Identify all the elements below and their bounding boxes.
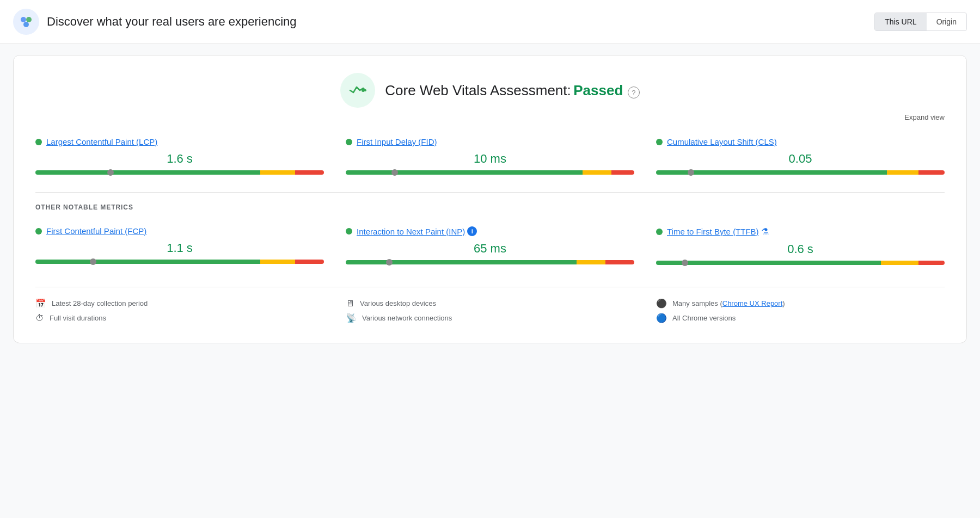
svg-point-1: [26, 17, 32, 22]
footer-full-visit: ⏱ Full visit durations: [35, 313, 324, 323]
inp-gauge-red: [605, 260, 634, 264]
footer-desktop-text: Various desktop devices: [360, 299, 436, 307]
top-bar-left: Discover what your real users are experi…: [13, 9, 297, 35]
metric-ttfb-label: Time to First Byte (TTFB) ⚗: [656, 226, 945, 237]
cls-gauge-red: [918, 170, 945, 175]
svg-point-2: [23, 22, 29, 27]
timer-icon: ⏱: [35, 313, 44, 323]
cls-gauge: [656, 170, 945, 175]
fid-gauge-yellow: [583, 170, 611, 175]
inp-gauge-yellow: [577, 260, 605, 264]
metric-fcp: First Contentful Paint (FCP) 1.1 s: [35, 220, 324, 272]
inp-name-row: Interaction to Next Paint (INP) i: [357, 226, 477, 236]
inp-gauge-green: [346, 260, 577, 264]
desktop-icon: 🖥: [346, 299, 354, 309]
samples-icon: ⚫: [656, 298, 667, 309]
cls-value: 0.05: [656, 152, 945, 166]
metric-cls-label: Cumulative Layout Shift (CLS): [656, 137, 945, 146]
fcp-gauge-marker: [90, 258, 96, 265]
footer-samples: ⚫ Many samples (Chrome UX Report): [656, 298, 945, 309]
main-content: Core Web Vitals Assessment: Passed ? Exp…: [0, 44, 980, 354]
help-icon[interactable]: ?: [628, 87, 640, 98]
fcp-name[interactable]: First Contentful Paint (FCP): [46, 226, 146, 236]
footer-collection-period: 📅 Latest 28-day collection period: [35, 298, 324, 309]
fcp-gauge: [35, 260, 324, 264]
chrome-ux-report-link[interactable]: Chrome UX Report: [722, 299, 783, 307]
fcp-gauge-yellow: [260, 260, 295, 264]
footer-network: 📡 Various network connections: [346, 313, 634, 323]
inp-status-dot: [346, 228, 352, 235]
ttfb-status-dot: [656, 229, 663, 235]
logo-icon: [13, 9, 39, 35]
lcp-gauge-green: [35, 170, 260, 175]
fcp-value: 1.1 s: [35, 241, 324, 255]
fid-gauge-marker: [391, 169, 398, 176]
main-metrics-grid: Largest Contentful Paint (LCP) 1.6 s Fir…: [35, 131, 945, 181]
fid-name[interactable]: First Input Delay (FID): [357, 137, 437, 146]
page-title: Discover what your real users are experi…: [47, 15, 297, 29]
svg-point-0: [21, 17, 26, 22]
footer-samples-text: Many samples (Chrome UX Report): [672, 299, 785, 307]
metric-fid: First Input Delay (FID) 10 ms: [346, 131, 634, 181]
footer-info-grid: 📅 Latest 28-day collection period 🖥 Vari…: [35, 287, 945, 323]
cwv-title: Core Web Vitals Assessment: Passed ?: [385, 82, 640, 99]
metric-ttfb: Time to First Byte (TTFB) ⚗ 0.6 s: [656, 220, 945, 272]
url-origin-toggle[interactable]: This URL Origin: [874, 13, 967, 31]
cls-gauge-marker: [688, 169, 694, 176]
metric-cls: Cumulative Layout Shift (CLS) 0.05: [656, 131, 945, 181]
inp-value: 65 ms: [346, 242, 634, 256]
svg-point-4: [364, 89, 366, 91]
metric-fcp-label: First Contentful Paint (FCP): [35, 226, 324, 236]
wifi-icon: 📡: [346, 313, 357, 323]
lcp-gauge-yellow: [260, 170, 295, 175]
section-divider: [35, 192, 945, 193]
other-metrics-grid: First Contentful Paint (FCP) 1.1 s Inter…: [35, 220, 945, 272]
metric-lcp-label: Largest Contentful Paint (LCP): [35, 137, 324, 146]
cwv-card: Core Web Vitals Assessment: Passed ? Exp…: [13, 55, 967, 343]
inp-info-icon[interactable]: i: [467, 226, 477, 236]
metric-lcp: Largest Contentful Paint (LCP) 1.6 s: [35, 131, 324, 181]
fcp-gauge-green: [35, 260, 260, 264]
ttfb-flask-icon[interactable]: ⚗: [761, 226, 769, 237]
expand-view: Expand view: [35, 112, 945, 122]
fcp-status-dot: [35, 228, 42, 235]
other-metrics-label: OTHER NOTABLE METRICS: [35, 203, 945, 211]
inp-name[interactable]: Interaction to Next Paint (INP): [357, 227, 465, 236]
top-bar: Discover what your real users are experi…: [0, 0, 980, 44]
fid-gauge-red: [611, 170, 634, 175]
ttfb-gauge-green: [656, 261, 881, 265]
cls-name[interactable]: Cumulative Layout Shift (CLS): [667, 137, 777, 146]
lcp-status-dot: [35, 139, 42, 145]
cls-status-dot: [656, 139, 663, 145]
footer-full-visit-text: Full visit durations: [50, 314, 106, 322]
footer-chrome-versions: 🔵 All Chrome versions: [656, 313, 945, 323]
ttfb-gauge-red: [918, 261, 945, 265]
lcp-gauge-marker: [107, 169, 114, 176]
ttfb-name[interactable]: Time to First Byte (TTFB): [667, 227, 759, 236]
fcp-gauge-red: [295, 260, 324, 264]
inp-gauge-marker: [386, 259, 393, 266]
footer-chrome-text: All Chrome versions: [672, 314, 736, 322]
ttfb-gauge-marker: [682, 260, 688, 266]
calendar-icon: 📅: [35, 298, 46, 309]
ttfb-name-row: Time to First Byte (TTFB) ⚗: [667, 226, 769, 237]
footer-desktop-devices: 🖥 Various desktop devices: [346, 298, 634, 309]
footer-collection-text: Latest 28-day collection period: [52, 299, 148, 307]
ttfb-gauge-yellow: [881, 261, 918, 265]
lcp-gauge: [35, 170, 324, 175]
ttfb-gauge: [656, 261, 945, 265]
metric-inp: Interaction to Next Paint (INP) i 65 ms: [346, 220, 634, 272]
this-url-button[interactable]: This URL: [875, 13, 926, 30]
chrome-icon: 🔵: [656, 313, 667, 323]
lcp-name[interactable]: Largest Contentful Paint (LCP): [46, 137, 157, 146]
ttfb-value: 0.6 s: [656, 242, 945, 256]
footer-network-text: Various network connections: [362, 314, 452, 322]
lcp-value: 1.6 s: [35, 152, 324, 166]
origin-button[interactable]: Origin: [927, 13, 966, 30]
expand-view-link[interactable]: Expand view: [904, 113, 945, 121]
fid-gauge-green: [346, 170, 583, 175]
fid-status-dot: [346, 139, 352, 145]
inp-gauge: [346, 260, 634, 264]
cwv-icon: [340, 73, 375, 108]
fid-value: 10 ms: [346, 152, 634, 166]
